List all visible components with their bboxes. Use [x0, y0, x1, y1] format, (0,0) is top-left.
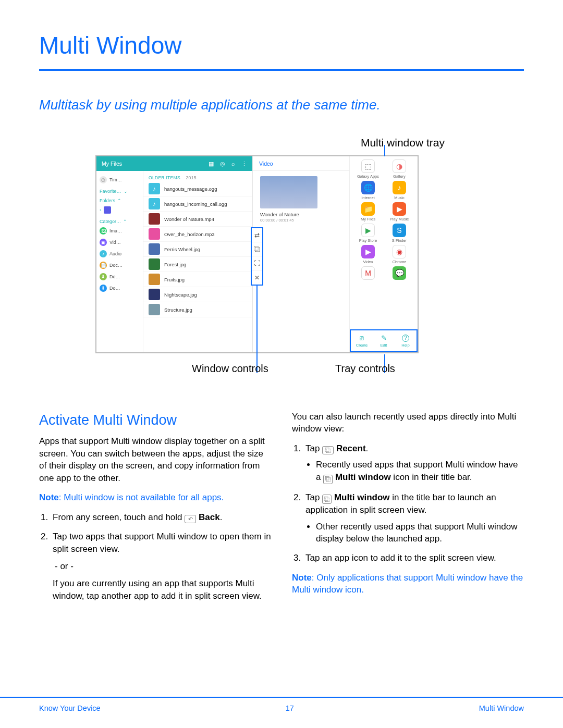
title-rule	[39, 69, 524, 71]
sidebar-category-label: Do…	[109, 286, 120, 291]
footer-right: Multi Window	[479, 704, 524, 712]
older-text: OLDER ITEMS	[149, 175, 180, 180]
sidebar-folder-item[interactable]: ›	[99, 204, 141, 216]
search-icon[interactable]: ⌕	[231, 161, 235, 167]
right-intro: You can also launch recently used apps d…	[292, 411, 524, 435]
caption-tray: Multi window tray	[95, 137, 445, 149]
right-step-2: Tap ⿻ Multi window in the title bar to l…	[303, 491, 524, 545]
file-name: Over_the_horizon.mp3	[164, 231, 215, 237]
tray-app[interactable]: M	[353, 266, 383, 281]
sidebar-categories-label: Categor…	[100, 219, 121, 224]
tray-app[interactable]: ▶Play Music	[384, 202, 414, 221]
app-icon: 📁	[361, 202, 375, 216]
video-header: Video	[253, 156, 349, 171]
sidebar-recent[interactable]: ◷ Tim…	[99, 174, 141, 186]
app-label: My Files	[361, 217, 375, 221]
note-2-label: Note	[292, 573, 312, 583]
tray-create[interactable]: ⎚ Create	[351, 330, 373, 351]
tray-edit[interactable]: ✎ Edit	[373, 330, 395, 351]
sidebar-category-item[interactable]: ♪Audio	[99, 248, 141, 260]
sidebar-category-item[interactable]: ⬇Do…	[99, 282, 141, 294]
subtitle: Multitask by using multiple applications…	[39, 97, 524, 113]
tray-create-label: Create	[356, 343, 368, 348]
body-columns: Activate Multi Window Apps that support …	[39, 411, 524, 609]
sidebar-category-label: Audio	[109, 251, 121, 256]
tray-app[interactable]: ▶Play Store	[353, 224, 383, 243]
tray-edit-label: Edit	[381, 343, 387, 348]
file-name: hangouts_incoming_call.ogg	[164, 201, 227, 207]
app-label: Video	[363, 260, 373, 264]
tray-app[interactable]: SS Finder	[384, 224, 414, 243]
sidebar-category-item[interactable]: 📄Doc…	[99, 260, 141, 271]
target-icon[interactable]: ◎	[220, 161, 225, 167]
sidebar-folders-label: Folders	[100, 198, 115, 203]
pane-video: Video Wonder of Nature 00:00:00 / 00:01:…	[253, 156, 350, 352]
multiwindow-icon: ⿻	[323, 475, 333, 484]
file-name: Nightscape.jpg	[164, 292, 197, 298]
sidebar-categories-heading[interactable]: Categor…⌃	[99, 216, 141, 225]
wc-swap-icon[interactable]: ⇄	[252, 228, 262, 242]
app-label: Gallery	[393, 174, 406, 179]
pane-myfiles: My Files ▦ ◎ ⌕ ⋮ ◷ Tim…	[96, 156, 253, 352]
tray-app[interactable]: 📁My Files	[353, 202, 383, 221]
sidebar-category-item[interactable]: ▣Vid…	[99, 237, 141, 248]
file-row[interactable]: Forest.jpg	[143, 257, 252, 272]
sidebar-folders-heading[interactable]: Folders⌃	[99, 195, 141, 204]
sidebar-favorites-heading[interactable]: Favorite…⌄	[99, 186, 141, 195]
left-step-2: Tap two apps that support Multi window t…	[51, 530, 271, 602]
grid-icon[interactable]: ▦	[209, 161, 214, 167]
file-row[interactable]: Structure.jpg	[143, 302, 252, 317]
sidebar-category-label: Doc…	[109, 263, 123, 268]
device-screenshot: My Files ▦ ◎ ⌕ ⋮ ◷ Tim…	[95, 155, 419, 353]
app-icon: ◑	[393, 159, 406, 173]
sidebar-category-label: Ima…	[109, 228, 122, 233]
l1-bold: Back	[199, 512, 220, 522]
app-label: Internet	[361, 195, 374, 200]
caption-window-controls: Window controls	[192, 363, 268, 375]
file-row[interactable]: Ferris Wheel.jpg	[143, 242, 252, 257]
intro-para: Apps that support Multi window display t…	[39, 435, 271, 484]
video-title: Wonder of Nature	[260, 212, 342, 217]
older-year: 2015	[186, 175, 197, 180]
file-row[interactable]: ♪hangouts_incoming_call.ogg	[143, 196, 252, 212]
footer-left: Know Your Device	[39, 704, 101, 712]
file-row[interactable]: Wonder of Nature.mp4	[143, 212, 252, 227]
left-column: Activate Multi Window Apps that support …	[39, 411, 271, 609]
r1-suf: .	[366, 443, 369, 453]
file-row[interactable]: Fruits.jpg	[143, 272, 252, 287]
file-row[interactable]: Over_the_horizon.mp3	[143, 227, 252, 242]
tray-help[interactable]: ? Help	[395, 330, 417, 351]
tray-app[interactable]: 🌐Internet	[353, 181, 383, 200]
wc-split-icon[interactable]: ⿻	[252, 242, 262, 256]
window-controls: ⇄ ⿻ ⛶ ✕	[251, 227, 263, 286]
edit-icon: ✎	[381, 334, 387, 342]
sidebar-category-item[interactable]: 🖼Ima…	[99, 225, 141, 237]
tray-app[interactable]: ◉Chrome	[384, 245, 414, 264]
footer-page-number: 17	[286, 704, 294, 712]
figure-wrap: Multi window tray My Files ▦ ◎ ⌕ ⋮	[95, 137, 419, 353]
sidebar-category-item[interactable]: ⬇Do…	[99, 271, 141, 282]
file-list: OLDER ITEMS 2015 ♪hangouts_message.ogg♪h…	[143, 171, 252, 352]
tray-app[interactable]: ◑Gallery	[384, 159, 414, 179]
file-row[interactable]: ♪hangouts_message.ogg	[143, 181, 252, 196]
section-heading: Activate Multi Window	[39, 411, 271, 430]
multiwindow-icon-2: ⿻	[322, 495, 332, 504]
right-column: You can also launch recently used apps d…	[292, 411, 524, 609]
right-step-1-bullet: Recently used apps that support Multi wi…	[316, 459, 524, 484]
myfiles-header-icons: ▦ ◎ ⌕ ⋮	[209, 161, 247, 167]
note-1: Note: Multi window is not available for …	[39, 491, 271, 503]
tray-app[interactable]: ⬚Galaxy Apps	[353, 159, 383, 179]
tray-app[interactable]: ▶Video	[353, 245, 383, 264]
more-icon[interactable]: ⋮	[241, 161, 247, 167]
file-row[interactable]: Nightscape.jpg	[143, 287, 252, 302]
or-divider: - or -	[53, 560, 271, 572]
tray-app[interactable]: 💬	[384, 266, 414, 281]
wc-close-icon[interactable]: ✕	[252, 270, 262, 285]
r1b-b: icon in their title bar.	[391, 472, 472, 482]
l2-text: Tap two apps that support Multi window t…	[53, 532, 271, 553]
wc-expand-icon[interactable]: ⛶	[252, 256, 262, 270]
app-icon: ◉	[393, 245, 406, 258]
app-label: Play Music	[390, 217, 409, 221]
tray-app[interactable]: ♪Music	[384, 181, 414, 200]
video-thumbnail[interactable]	[260, 176, 317, 208]
